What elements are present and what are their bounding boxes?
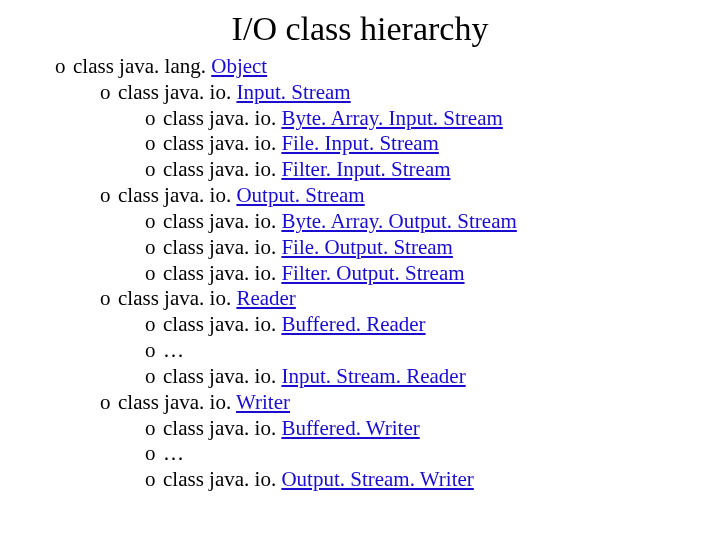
- pkg-text: java. lang.: [119, 54, 211, 78]
- class-prefix: class: [163, 467, 209, 491]
- bullet: o: [145, 467, 163, 493]
- bullet: o: [145, 441, 163, 467]
- bullet: o: [145, 312, 163, 338]
- bullet: o: [145, 131, 163, 157]
- pkg-text: java. io.: [209, 467, 281, 491]
- pkg-text: java. io.: [209, 157, 281, 181]
- tree-row: oclass java. io. Filter. Input. Stream: [25, 157, 720, 183]
- tree-row: oclass java. io. Writer: [25, 390, 720, 416]
- tree-row: oclass java. io. Input. Stream: [25, 80, 720, 106]
- slide: I/O class hierarchy oclass java. lang. O…: [0, 0, 720, 540]
- class-prefix: class: [118, 286, 164, 310]
- class-link[interactable]: Byte. Array. Input. Stream: [281, 106, 502, 130]
- class-link[interactable]: File. Input. Stream: [281, 131, 438, 155]
- class-link[interactable]: Output. Stream. Writer: [281, 467, 473, 491]
- ellipsis-text: …: [163, 338, 184, 362]
- pkg-text: java. io.: [209, 312, 281, 336]
- pkg-text: java. io.: [164, 286, 236, 310]
- class-prefix: class: [163, 157, 209, 181]
- class-prefix: class: [163, 209, 209, 233]
- class-prefix: class: [73, 54, 119, 78]
- pkg-text: java. io.: [209, 235, 281, 259]
- bullet: o: [100, 286, 118, 312]
- class-link[interactable]: Filter. Output. Stream: [281, 261, 464, 285]
- class-prefix: class: [163, 106, 209, 130]
- pkg-text: java. io.: [164, 390, 236, 414]
- tree-row: oclass java. io. Byte. Array. Output. St…: [25, 209, 720, 235]
- bullet: o: [145, 209, 163, 235]
- bullet: o: [145, 235, 163, 261]
- bullet: o: [145, 338, 163, 364]
- pkg-text: java. io.: [209, 364, 281, 388]
- class-link[interactable]: Output. Stream: [236, 183, 364, 207]
- ellipsis-text: …: [163, 441, 184, 465]
- bullet: o: [145, 261, 163, 287]
- pkg-text: java. io.: [209, 106, 281, 130]
- tree-row: oclass java. io. File. Output. Stream: [25, 235, 720, 261]
- class-link[interactable]: Byte. Array. Output. Stream: [281, 209, 516, 233]
- tree-row: oclass java. io. Reader: [25, 286, 720, 312]
- class-prefix: class: [163, 235, 209, 259]
- page-title: I/O class hierarchy: [0, 0, 720, 54]
- bullet: o: [55, 54, 73, 80]
- class-link[interactable]: Input. Stream: [236, 80, 350, 104]
- class-link[interactable]: Input. Stream. Reader: [281, 364, 465, 388]
- tree-row: oclass java. io. Output. Stream. Writer: [25, 467, 720, 493]
- pkg-text: java. io.: [209, 209, 281, 233]
- class-prefix: class: [163, 312, 209, 336]
- tree-row: oclass java. io. File. Input. Stream: [25, 131, 720, 157]
- class-link[interactable]: Reader: [236, 286, 295, 310]
- bullet: o: [100, 390, 118, 416]
- tree-row: oclass java. io. Byte. Array. Input. Str…: [25, 106, 720, 132]
- tree-row: oclass java. io. Filter. Output. Stream: [25, 261, 720, 287]
- pkg-text: java. io.: [209, 131, 281, 155]
- class-tree: oclass java. lang. Object oclass java. i…: [0, 54, 720, 493]
- bullet: o: [145, 157, 163, 183]
- class-link[interactable]: File. Output. Stream: [281, 235, 453, 259]
- class-link[interactable]: Buffered. Writer: [281, 416, 419, 440]
- class-prefix: class: [118, 390, 164, 414]
- tree-row: oclass java. lang. Object: [25, 54, 720, 80]
- class-prefix: class: [163, 261, 209, 285]
- tree-row: oclass java. io. Input. Stream. Reader: [25, 364, 720, 390]
- bullet: o: [145, 106, 163, 132]
- bullet: o: [100, 80, 118, 106]
- class-prefix: class: [118, 183, 164, 207]
- class-prefix: class: [163, 364, 209, 388]
- bullet: o: [100, 183, 118, 209]
- class-prefix: class: [163, 416, 209, 440]
- class-prefix: class: [163, 131, 209, 155]
- tree-row: oclass java. io. Buffered. Writer: [25, 416, 720, 442]
- class-link[interactable]: Buffered. Reader: [281, 312, 425, 336]
- pkg-text: java. io.: [164, 80, 236, 104]
- pkg-text: java. io.: [209, 261, 281, 285]
- class-prefix: class: [118, 80, 164, 104]
- class-link[interactable]: Writer: [236, 390, 290, 414]
- bullet: o: [145, 364, 163, 390]
- class-link[interactable]: Filter. Input. Stream: [281, 157, 450, 181]
- bullet: o: [145, 416, 163, 442]
- pkg-text: java. io.: [164, 183, 236, 207]
- class-link[interactable]: Object: [211, 54, 267, 78]
- tree-row: o…: [25, 441, 720, 467]
- tree-row: oclass java. io. Buffered. Reader: [25, 312, 720, 338]
- tree-row: oclass java. io. Output. Stream: [25, 183, 720, 209]
- pkg-text: java. io.: [209, 416, 281, 440]
- tree-row: o…: [25, 338, 720, 364]
